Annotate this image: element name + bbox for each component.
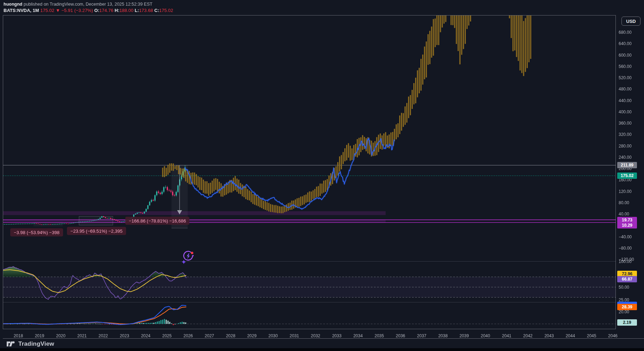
time-axis-separator bbox=[3, 338, 644, 339]
axis-tick: 240.00 bbox=[619, 155, 632, 160]
price-change: −5.91 (−3.27%) bbox=[61, 8, 93, 13]
high-value: 188.00 bbox=[119, 8, 133, 13]
symbol-name[interactable]: BATS:NVDA, 1M bbox=[4, 8, 39, 13]
axis-tick: 360.00 bbox=[619, 121, 632, 126]
year-tick: 2037 bbox=[417, 333, 426, 338]
axis-tick: 600.00 bbox=[619, 53, 632, 58]
year-tick: 2043 bbox=[544, 333, 554, 338]
publish-meta: published on TradingView.com, December 1… bbox=[22, 2, 152, 7]
axis-tick: 100.00 bbox=[619, 259, 632, 264]
currency-toggle-button[interactable]: USD bbox=[621, 17, 640, 26]
year-tick: 2025 bbox=[162, 333, 172, 338]
year-tick: 2036 bbox=[396, 333, 405, 338]
price-badge: 211.89 bbox=[617, 162, 637, 168]
year-tick: 2021 bbox=[77, 333, 87, 338]
year-tick: 2018 bbox=[14, 333, 23, 338]
axis-tick: 120.00 bbox=[619, 189, 632, 194]
year-tick: 2024 bbox=[141, 333, 150, 338]
price-badge: 175.02 bbox=[617, 173, 637, 179]
axis-tick: 640.00 bbox=[619, 41, 632, 46]
close-value: 175.02 bbox=[159, 8, 173, 13]
close-label: C: bbox=[154, 8, 159, 13]
down-arrow-icon: ▼ bbox=[56, 8, 60, 13]
axis-tick: 440.00 bbox=[619, 98, 632, 103]
year-tick: 2027 bbox=[205, 333, 214, 338]
tradingview-logo-text: TradingView bbox=[18, 340, 54, 347]
tradingview-logo[interactable]: TradingView bbox=[6, 340, 54, 348]
year-tick: 2031 bbox=[290, 333, 299, 338]
year-tick: 2032 bbox=[311, 333, 320, 338]
axis-tick: 280.00 bbox=[619, 144, 632, 149]
axis-tick: 80.00 bbox=[619, 200, 629, 205]
axis-tick: 480.00 bbox=[619, 87, 632, 92]
high-label: H: bbox=[114, 8, 119, 13]
axis-tick: 520.00 bbox=[619, 75, 632, 80]
measure-label[interactable]: −23.95 (−69.51%) −2,395 bbox=[67, 227, 126, 235]
year-tick: 2022 bbox=[99, 333, 108, 338]
year-tick: 2026 bbox=[183, 333, 193, 338]
axis-tick: −80.00 bbox=[619, 246, 632, 251]
axis-tick: 20.00 bbox=[619, 309, 629, 314]
measure-label[interactable]: −3.98 (−53.94%) −398 bbox=[10, 228, 63, 237]
price-badge: 28.39 bbox=[617, 304, 637, 310]
measure-label[interactable]: −166.86 (−78.81%) −16,686 bbox=[125, 217, 189, 225]
price-badge: 2.19 bbox=[617, 319, 637, 326]
symbol-statusline: BATS:NVDA, 1M 175.02 ▼ −5.91 (−3.27%) O:… bbox=[4, 7, 173, 14]
low-label: L: bbox=[135, 8, 139, 13]
year-tick: 2040 bbox=[481, 333, 490, 338]
axis-tick: 320.00 bbox=[619, 132, 632, 137]
year-tick: 2028 bbox=[226, 333, 236, 338]
open-label: O: bbox=[94, 8, 99, 13]
currency-label: USD bbox=[626, 19, 636, 24]
axis-tick: 560.00 bbox=[619, 64, 632, 69]
year-tick: 2030 bbox=[268, 333, 278, 338]
last-price: 175.02 bbox=[40, 8, 55, 13]
year-tick: 2029 bbox=[247, 333, 257, 338]
year-tick: 2034 bbox=[353, 333, 363, 338]
year-tick: 2041 bbox=[502, 333, 512, 338]
year-tick: 2033 bbox=[332, 333, 342, 338]
year-tick: 2035 bbox=[375, 333, 384, 338]
axis-tick: 40.00 bbox=[619, 212, 629, 217]
author-name: huongnd bbox=[4, 2, 22, 7]
price-badge: 10.29 bbox=[617, 222, 637, 228]
axis-tick: 400.00 bbox=[619, 109, 632, 114]
price-chart-canvas[interactable] bbox=[0, 0, 644, 351]
publish-info: huongnd published on TradingView.com, De… bbox=[4, 1, 152, 7]
price-badge: 66.87 bbox=[617, 276, 637, 282]
year-tick: 2042 bbox=[523, 333, 533, 338]
year-tick: 2039 bbox=[459, 333, 469, 338]
year-tick: 2046 bbox=[608, 333, 618, 338]
axis-tick: 680.00 bbox=[619, 30, 632, 35]
tradingview-published-chart: { "header": { "author": "huongnd", "publ… bbox=[0, 0, 644, 351]
year-tick: 2038 bbox=[438, 333, 448, 338]
bottom-bar bbox=[0, 348, 644, 351]
open-value: 174.76 bbox=[99, 8, 113, 13]
year-tick: 2023 bbox=[120, 333, 129, 338]
year-tick: 2045 bbox=[587, 333, 596, 338]
axis-tick: 50.00 bbox=[619, 285, 629, 290]
year-tick: 2044 bbox=[565, 333, 575, 338]
year-tick: 2019 bbox=[35, 333, 44, 338]
axis-tick: −40.00 bbox=[619, 234, 632, 239]
refresh-sparkle-icon[interactable] bbox=[180, 249, 196, 265]
year-tick: 2020 bbox=[56, 333, 65, 338]
tradingview-glyph-icon bbox=[6, 340, 15, 348]
low-value: 173.68 bbox=[139, 8, 153, 13]
